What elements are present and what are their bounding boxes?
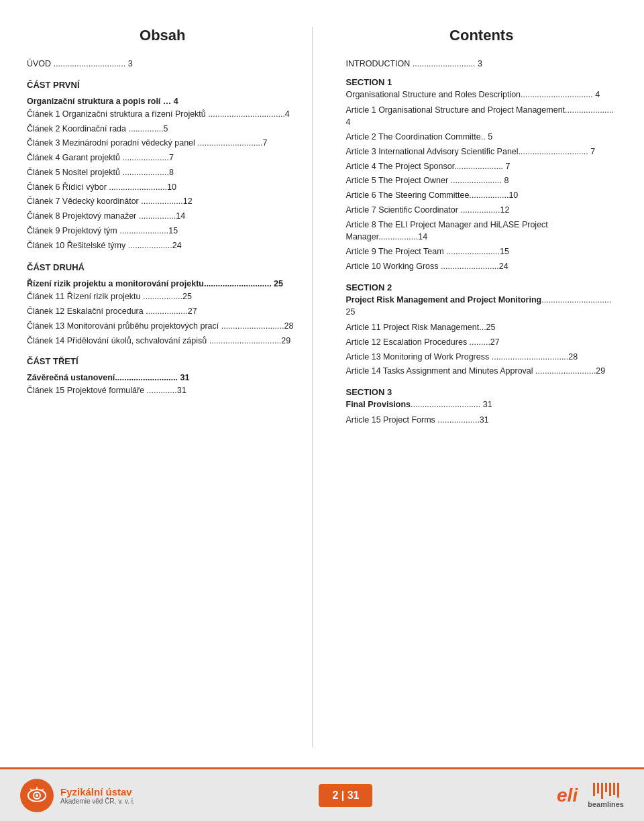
beam-line-1 — [593, 783, 595, 796]
right-entry-14: Article 14 Tasks Assignment and Minutes … — [346, 365, 618, 378]
beamlines-logo: beamlines — [588, 783, 624, 808]
org-logo-circle — [20, 779, 54, 812]
org-subtitle: Akademie věd ČR, v. v. i. — [60, 798, 135, 805]
section3-header: ČÁST TŘETÍ — [27, 356, 299, 366]
section1-header: ČÁST PRVNÍ — [27, 80, 299, 90]
right-entry-11: Article 11 Project Risk Management...25 — [346, 321, 618, 334]
right-column: Contents INTRODUCTION ..................… — [339, 27, 618, 747]
page-number-badge: 2 | 31 — [319, 784, 372, 807]
right-section3-label: SECTION 3 — [346, 387, 618, 397]
uvod-text: ÚVOD ............................... 3 — [27, 58, 299, 70]
right-section2-desc: Project Risk Management and Project Moni… — [346, 294, 618, 319]
footer-left: Fyzikální ústav Akademie věd ČR, v. v. i… — [20, 779, 135, 812]
beam-line-5 — [609, 783, 611, 796]
content-area: Obsah ÚVOD .............................… — [0, 0, 644, 767]
right-entry-8: Article 8 The ELI Project Manager and Hi… — [346, 219, 618, 244]
right-entry-7: Article 7 Scientific Coordinator .......… — [346, 204, 618, 217]
toc-entry-7: Článek 7 Vědecký koordinátor ...........… — [27, 195, 299, 208]
right-title: Contents — [346, 27, 618, 44]
toc-entry-1: Článek 1 Organizační struktura a řízení … — [27, 108, 299, 121]
right-entry-4: Article 4 The Project Sponsor...........… — [346, 160, 618, 173]
right-intro: INTRODUCTION ...........................… — [346, 58, 618, 70]
toc-entry-2: Článek 2 Koordinační rada ..............… — [27, 123, 299, 135]
right-entry-9: Article 9 The Project Team .............… — [346, 245, 618, 258]
right-entry-13: Article 13 Monitoring of Work Progress .… — [346, 351, 618, 364]
right-entry-1: Article 1 Organisational Structure and P… — [346, 104, 618, 129]
toc-entry-14: Článek 14 Přidělování úkolů, schvalování… — [27, 335, 299, 347]
toc-entry-9: Článek 9 Projektový tým ................… — [27, 225, 299, 237]
section3-subheader: Závěrečná ustanovení....................… — [27, 373, 299, 382]
beam-line-6 — [613, 783, 615, 795]
right-section2-label: SECTION 2 — [346, 282, 618, 292]
beam-line-3 — [601, 783, 603, 799]
org-name: Fyzikální ústav — [60, 786, 135, 798]
toc-entry-15: Článek 15 Projektové formuláře .........… — [27, 384, 299, 397]
left-title: Obsah — [27, 27, 299, 44]
footer: Fyzikální ústav Akademie věd ČR, v. v. i… — [0, 767, 644, 821]
toc-entry-3: Článek 3 Mezinárodní poradní vědecký pan… — [27, 137, 299, 150]
section2-subheader: Řízení rizik projektu a monitorování pro… — [27, 279, 299, 288]
section2-header: ČÁST DRUHÁ — [27, 262, 299, 272]
toc-entry-11: Článek 11 Řízení rizik projektu ........… — [27, 290, 299, 303]
eli-logo: eli — [557, 785, 578, 806]
section1-subheader: Organizační struktura a popis rolí … 4 — [27, 97, 299, 106]
org-text: Fyzikální ústav Akademie věd ČR, v. v. i… — [60, 786, 135, 805]
org-logo-icon — [27, 785, 47, 806]
right-section3-desc: Final Provisions........................… — [346, 398, 618, 411]
toc-entry-4: Článek 4 Garant projektů ...............… — [27, 152, 299, 164]
svg-line-5 — [42, 789, 44, 791]
beam-line-4 — [605, 783, 607, 792]
svg-line-4 — [30, 789, 32, 791]
toc-entry-13: Článek 13 Monitorování průběhu projektov… — [27, 320, 299, 333]
toc-entry-5: Článek 5 Nositel projektů ..............… — [27, 166, 299, 179]
right-entry-6: Article 6 The Steering Committee........… — [346, 189, 618, 202]
toc-entry-8: Článek 8 Projektový manažer ............… — [27, 210, 299, 223]
footer-right: eli beamlines — [557, 783, 624, 808]
toc-entry-10: Článek 10 Řešitelské týmy ..............… — [27, 239, 299, 252]
right-entry-3: Article 3 International Advisory Scienti… — [346, 146, 618, 158]
toc-entry-6: Článek 6 Řídicí výbor ..................… — [27, 181, 299, 194]
svg-point-2 — [36, 794, 38, 797]
beam-line-7 — [617, 783, 619, 798]
right-entry-2: Article 2 The Coordination Committe.. 5 — [346, 131, 618, 144]
beam-line-2 — [597, 783, 599, 793]
beamlines-text: beamlines — [588, 800, 624, 808]
right-entry-10: Article 10 Working Gross ...............… — [346, 260, 618, 273]
right-entry-5: Article 5 The Project Owner ............… — [346, 174, 618, 187]
beamlines-lines-graphic — [593, 783, 619, 799]
right-entry-15: Article 15 Project Forms ...............… — [346, 414, 618, 427]
left-column: Obsah ÚVOD .............................… — [27, 27, 313, 747]
toc-entry-12: Článek 12 Eskalační procedura ..........… — [27, 305, 299, 318]
right-section1-label: SECTION 1 — [346, 77, 618, 87]
right-entry-12: Article 12 Escalation Procedures .......… — [346, 336, 618, 349]
toc-uvod: ÚVOD ............................... 3 — [27, 58, 299, 70]
page-container: Obsah ÚVOD .............................… — [0, 0, 644, 821]
right-section1-desc: Organisational Structure and Roles Descr… — [346, 89, 618, 101]
